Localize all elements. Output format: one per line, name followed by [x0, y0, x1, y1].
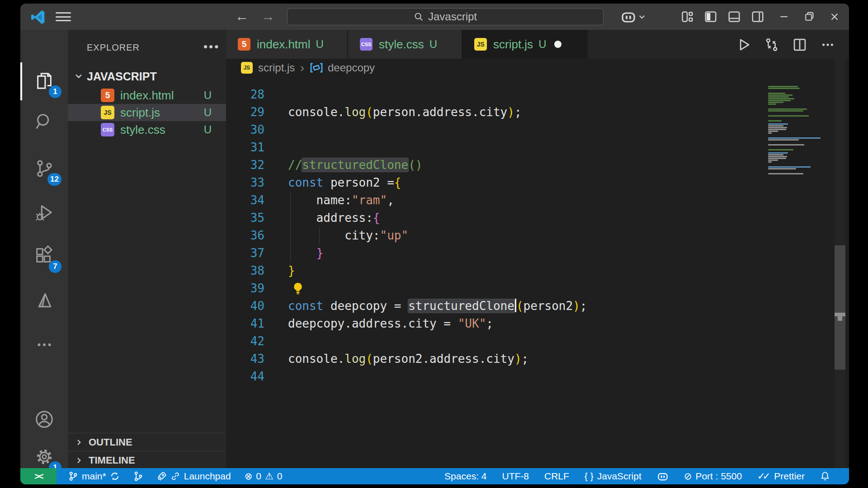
js-file-icon: JS [101, 106, 114, 119]
code-line-34[interactable]: 34 name:"ram", [226, 192, 809, 209]
code-line-36[interactable]: 36 city:"up" [226, 227, 809, 244]
folder-row-javascript[interactable]: JAVASCRIPT [68, 68, 226, 85]
run-button[interactable] [735, 36, 752, 53]
close-icon[interactable] [827, 9, 842, 24]
status-eol[interactable]: CRLF [544, 471, 569, 482]
status-problems[interactable]: ⊗0⚠0 [245, 471, 283, 482]
js-file-icon: JS [474, 38, 487, 51]
line-number: 36 [226, 227, 264, 244]
file-row-script.js[interactable]: JSscript.jsU [68, 104, 226, 121]
code-line-33[interactable]: 33const person2 ={ [226, 174, 809, 192]
status-encoding[interactable]: UTF-8 [502, 471, 529, 482]
accounts-button[interactable] [20, 399, 68, 439]
modified-dot-icon[interactable] [554, 41, 561, 48]
line-number: 33 [226, 174, 264, 192]
minimize-icon[interactable] [776, 9, 792, 24]
code-line-32[interactable]: 32//structuredClone() [226, 156, 809, 174]
status-notifications[interactable] [820, 471, 830, 481]
minimap[interactable] [766, 77, 816, 468]
code-line-38[interactable]: 38} [226, 262, 809, 280]
breadcrumb-file[interactable]: script.js [258, 61, 295, 74]
chevron-right-icon [75, 456, 83, 465]
toggle-secondary-sidebar-icon[interactable] [750, 9, 765, 24]
section-outline[interactable]: OUTLINE [68, 433, 226, 451]
code-line-35[interactable]: 35 address:{ [226, 209, 809, 227]
lightbulb-icon[interactable] [292, 282, 304, 296]
sidebar-item-source-control[interactable]: 12 [20, 149, 68, 188]
vertical-scrollbar[interactable] [835, 59, 845, 468]
code-line-37[interactable]: 37 } [226, 244, 809, 262]
graph-icon [133, 471, 143, 481]
split-editor-icon[interactable] [791, 36, 808, 53]
minimap-line [768, 98, 794, 99]
more-actions-icon[interactable] [819, 36, 836, 53]
status-git-branch[interactable]: main* [68, 471, 120, 482]
sidebar-item-explorer[interactable]: 1 [20, 61, 68, 101]
customize-layout-icon[interactable] [679, 9, 695, 24]
back-arrow-icon[interactable]: ← [233, 7, 251, 25]
code-line-41[interactable]: 41deepcopy.address.city = "UK"; [226, 315, 809, 333]
breadcrumb-symbol[interactable]: deepcopy [328, 61, 375, 74]
toggle-primary-sidebar-icon[interactable] [703, 9, 718, 24]
activity-bar: 1 12 7 1 [20, 30, 68, 468]
explorer-more-actions[interactable]: ••• [203, 40, 220, 54]
sidebar-item-prisma[interactable] [20, 281, 68, 321]
file-row-index.html[interactable]: 5index.htmlU [68, 87, 226, 104]
minimap-line [768, 123, 788, 125]
scrollbar-thumb[interactable] [835, 245, 845, 370]
file-name: style.css [120, 123, 204, 137]
search-icon [414, 12, 424, 22]
status-source-control-graph[interactable] [133, 471, 143, 481]
sidebar-item-extensions[interactable]: 7 [20, 236, 68, 276]
section-timeline[interactable]: TIMELINE [68, 451, 226, 469]
menu-icon[interactable] [56, 11, 71, 23]
file-row-style.css[interactable]: CSSstyle.cssU [68, 121, 226, 138]
code-line-43[interactable]: 43console.log(person2.address.city); [226, 350, 809, 368]
code-line-40[interactable]: 40const deepcopy = structuredClone(perso… [226, 297, 809, 315]
tab-index.html[interactable]: 5index.htmlU [226, 30, 348, 59]
blocked-icon: ⊘ [684, 471, 692, 482]
minimap-line [768, 115, 809, 117]
braces-icon: { } [585, 471, 594, 482]
code-line-31[interactable]: 31 [226, 139, 809, 156]
tab-script.js[interactable]: JSscript.jsU [462, 30, 588, 59]
more-views-button[interactable] [20, 325, 68, 365]
line-number: 29 [226, 103, 264, 121]
status-copilot[interactable] [657, 471, 669, 481]
line-number: 43 [226, 350, 264, 368]
toggle-panel-icon[interactable] [726, 9, 742, 24]
status-launchpad[interactable]: Launchpad [157, 471, 231, 482]
code-text: console.log(person2.address.city); [288, 350, 528, 368]
tab-style.css[interactable]: CSSstyle.cssU [348, 30, 462, 59]
minimap-line [768, 137, 821, 139]
status-prettier[interactable]: ✓✓Prettier [757, 471, 805, 482]
code-editor[interactable]: 2829console.log(person.address.city);303… [226, 77, 809, 468]
sidebar-item-search[interactable] [20, 102, 68, 141]
code-line-44[interactable]: 44 [226, 368, 809, 385]
sidebar-item-run-debug[interactable] [20, 193, 68, 233]
open-changes-icon[interactable] [763, 36, 780, 53]
minimap-line [768, 161, 772, 163]
branch-icon [68, 471, 78, 481]
status-text: main* [82, 471, 106, 482]
copilot-menu[interactable] [621, 10, 646, 23]
code-line-39[interactable]: 39 [226, 280, 809, 297]
status-language[interactable]: { }JavaScript [585, 471, 642, 482]
link-icon [170, 471, 180, 481]
remote-indicator[interactable]: >< [20, 468, 57, 484]
code-line-42[interactable]: 42 [226, 333, 809, 350]
code-line-29[interactable]: 29console.log(person.address.city); [226, 103, 809, 121]
command-center-search[interactable]: Javascript [287, 8, 604, 25]
minimap-line [768, 93, 785, 94]
code-line-30[interactable]: 30 [226, 121, 809, 139]
file-name: script.js [120, 106, 204, 120]
status-indentation[interactable]: Spaces: 4 [444, 471, 486, 482]
minimap-line [768, 88, 800, 89]
breadcrumb[interactable]: JS script.js › deepcopy [226, 59, 849, 77]
restore-icon[interactable] [802, 9, 817, 24]
minimap-line [768, 108, 807, 110]
prism-icon [34, 291, 54, 311]
forward-arrow-icon[interactable]: → [259, 7, 277, 25]
code-line-28[interactable]: 28 [226, 86, 809, 103]
status-live-server-port[interactable]: ⊘Port : 5500 [684, 471, 742, 482]
